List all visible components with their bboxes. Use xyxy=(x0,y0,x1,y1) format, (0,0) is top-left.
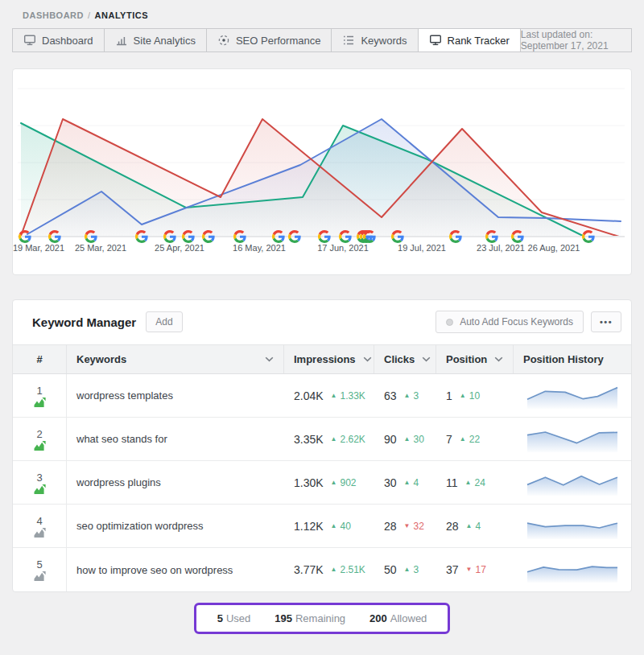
last-updated-text: Last updated on: September 17, 2021 xyxy=(521,29,631,51)
clicks-value: 90 xyxy=(384,433,397,446)
clicks-delta: ▲30 xyxy=(404,434,424,445)
impressions-delta: ▲2.51K xyxy=(331,564,365,575)
trend-chart-icon xyxy=(34,398,46,407)
position-history-cell xyxy=(514,548,631,591)
trend-chart-icon xyxy=(34,528,46,538)
keyword-table-row: 1 wordpress templates 2.04K ▲1.33K 63 ▲3… xyxy=(13,374,631,418)
clicks-value: 28 xyxy=(384,520,397,533)
breadcrumb-separator: / xyxy=(88,10,91,20)
row-number: 5 xyxy=(36,558,42,571)
tab-label: SEO Performance xyxy=(236,35,321,47)
position-delta: ▲10 xyxy=(460,390,480,402)
delta-arrow-icon: ▲ xyxy=(460,393,466,399)
keyword-text[interactable]: how to improve seo on wordpress xyxy=(67,548,284,591)
monitor-icon xyxy=(429,34,442,47)
delta-arrow-icon: ▲ xyxy=(331,436,337,443)
x-axis-label: 19 Jul, 2021 xyxy=(386,243,458,253)
position-value: 37 xyxy=(446,563,459,576)
clicks-delta: ▲3 xyxy=(404,390,419,402)
x-axis-label: 25 Mar, 2021 xyxy=(64,243,137,253)
delta-arrow-icon: ▲ xyxy=(331,523,337,529)
keyword-manager-title: Keyword Manager xyxy=(32,315,136,329)
impressions-cell: 2.04K ▲1.33K xyxy=(284,374,374,417)
column-header-keywords[interactable]: Keywords xyxy=(67,345,284,373)
focus-icon xyxy=(217,34,230,47)
keyword-table-row: 2 what seo stands for 3.35K ▲2.62K 90 ▲3… xyxy=(13,418,631,461)
impressions-cell: 1.30K ▲902 xyxy=(284,461,374,504)
keyword-text[interactable]: seo optimization wordpress xyxy=(67,505,284,547)
breadcrumb-dashboard[interactable]: DASHBOARD xyxy=(23,10,84,20)
position-history-cell xyxy=(514,505,631,547)
tab-label: Keywords xyxy=(361,35,407,47)
keyword-text[interactable]: what seo stands for xyxy=(67,418,284,460)
impressions-delta: ▲1.33K xyxy=(331,390,365,402)
position-delta: ▲4 xyxy=(466,521,481,532)
tab-keywords[interactable]: Keywords xyxy=(332,29,418,51)
delta-arrow-icon: ▲ xyxy=(465,480,472,486)
impressions-value: 3.35K xyxy=(294,433,324,446)
position-value: 11 xyxy=(446,476,458,489)
column-header-position[interactable]: Position xyxy=(436,345,514,373)
tab-rank-tracker[interactable]: Rank Tracker xyxy=(419,29,521,51)
column-header-clicks[interactable]: Clicks xyxy=(374,345,436,373)
row-number-cell: 4 xyxy=(13,505,67,547)
quota-remaining: 195Remaining xyxy=(275,612,345,624)
column-header-position-history: Position History xyxy=(514,345,631,373)
position-history-cell xyxy=(514,374,631,417)
clicks-cell: 90 ▲30 xyxy=(374,418,436,460)
delta-arrow-icon: ▲ xyxy=(404,480,411,486)
clicks-cell: 28 ▼32 xyxy=(374,505,436,547)
tab-label: Rank Tracker xyxy=(448,35,510,47)
keyword-manager-header: Keyword Manager Add Auto Add Focus Keywo… xyxy=(13,300,631,344)
chevron-down-icon xyxy=(494,356,503,362)
impressions-delta: ▲2.62K xyxy=(331,434,365,445)
tab-dashboard[interactable]: Dashboard xyxy=(13,29,105,51)
keyword-table-row: 5 how to improve seo on wordpress 3.77K … xyxy=(13,548,631,591)
table-body: 1 wordpress templates 2.04K ▲1.33K 63 ▲3… xyxy=(13,374,631,591)
position-history-cell xyxy=(514,418,631,460)
tab-seo-performance[interactable]: SEO Performance xyxy=(207,29,332,51)
position-cell: 1 ▲10 xyxy=(436,374,514,417)
auto-add-label: Auto Add Focus Keywords xyxy=(460,316,573,328)
clicks-cell: 30 ▲4 xyxy=(374,461,436,504)
chevron-down-icon xyxy=(363,356,372,362)
row-number: 2 xyxy=(36,428,42,440)
position-cell: 11 ▲24 xyxy=(436,461,514,504)
breadcrumb-analytics: ANALYTICS xyxy=(95,10,148,20)
keyword-manager-card: Keyword Manager Add Auto Add Focus Keywo… xyxy=(12,299,632,592)
delta-arrow-icon: ▲ xyxy=(331,393,337,399)
delta-arrow-icon: ▲ xyxy=(404,436,411,443)
x-axis-label: 26 Aug, 2021 xyxy=(518,243,590,253)
position-cell: 28 ▲4 xyxy=(436,505,514,547)
impressions-value: 1.12K xyxy=(294,520,324,533)
position-delta: ▲22 xyxy=(460,434,480,445)
position-history-sparkline xyxy=(525,468,620,497)
row-number-cell: 2 xyxy=(13,418,67,460)
clicks-cell: 63 ▲3 xyxy=(374,374,436,417)
keyword-table-row: 3 wordpress plugins 1.30K ▲902 30 ▲4 11 … xyxy=(13,461,631,505)
rank-tracker-chart-card: 19 Mar, 202125 Mar, 202125 Apr, 202116 M… xyxy=(12,68,632,275)
add-keyword-button[interactable]: Add xyxy=(146,311,182,332)
keyword-text[interactable]: wordpress plugins xyxy=(67,461,284,504)
clicks-value: 50 xyxy=(384,563,397,576)
delta-arrow-icon: ▲ xyxy=(404,393,411,399)
position-cell: 7 ▲22 xyxy=(436,418,514,460)
column-header-impressions[interactable]: Impressions xyxy=(284,345,374,373)
delta-arrow-icon: ▲ xyxy=(331,480,337,486)
chevron-down-icon xyxy=(265,356,274,362)
table-header-row: # Keywords Impressions Clicks Position P… xyxy=(13,344,631,374)
impressions-value: 1.30K xyxy=(294,476,324,489)
delta-arrow-icon: ▼ xyxy=(466,566,473,573)
position-history-sparkline xyxy=(525,555,620,584)
impressions-delta: ▲902 xyxy=(331,477,357,488)
toggle-dot-icon xyxy=(446,319,453,326)
position-cell: 37 ▼17 xyxy=(436,548,514,591)
more-options-button[interactable]: ••• xyxy=(591,311,621,332)
impressions-cell: 3.77K ▲2.51K xyxy=(284,548,374,591)
row-number: 4 xyxy=(36,515,42,527)
tab-site-analytics[interactable]: Site Analytics xyxy=(105,29,207,51)
auto-add-focus-keywords-button[interactable]: Auto Add Focus Keywords xyxy=(436,311,584,333)
quota-used: 5Used xyxy=(217,612,251,624)
chevron-down-icon xyxy=(422,356,431,362)
keyword-text[interactable]: wordpress templates xyxy=(67,374,284,417)
